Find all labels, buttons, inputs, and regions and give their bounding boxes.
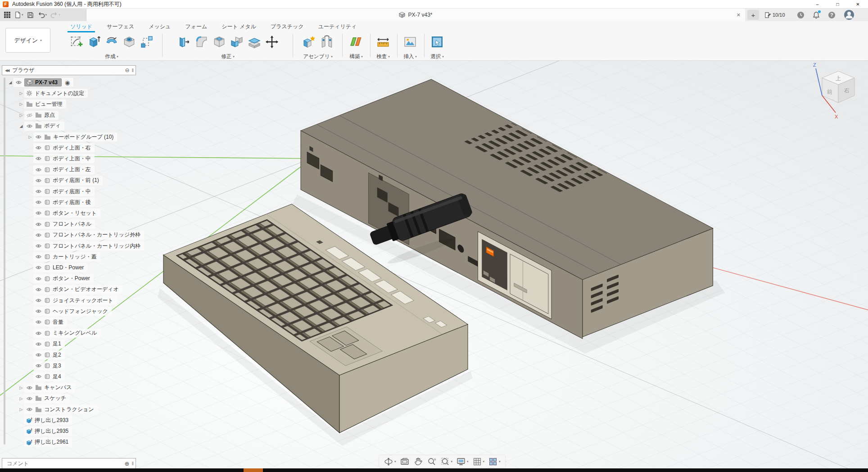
visibility-on-icon[interactable] — [35, 177, 42, 184]
tree-row[interactable]: LED・Power — [27, 263, 87, 272]
close-button[interactable]: ✕ — [848, 0, 868, 9]
expand-closed-icon[interactable]: ▷ — [18, 102, 24, 106]
tab-close-icon[interactable]: ✕ — [737, 12, 741, 18]
visibility-on-icon[interactable] — [35, 199, 42, 205]
tree-row[interactable]: ◢PX-7 v43◉ — [7, 78, 73, 87]
visibility-on-icon[interactable] — [35, 232, 42, 238]
viewcube-top-label[interactable]: 上 — [836, 75, 841, 82]
tree-item-label[interactable]: ボディ底面・中 — [53, 188, 91, 195]
tree-item-label[interactable]: ボタン・Power — [53, 275, 90, 282]
maximize-button[interactable]: □ — [827, 0, 848, 9]
tree-item-label[interactable]: ボディ底面・後 — [53, 199, 91, 206]
press-pull-icon[interactable] — [176, 34, 192, 50]
tab-surface[interactable]: サーフェス — [99, 22, 141, 31]
tree-item-label[interactable]: ボタン・ビデオオーディオ — [53, 286, 119, 293]
expand-open-icon[interactable]: ◢ — [18, 124, 24, 128]
user-avatar[interactable] — [844, 9, 854, 20]
tree-row[interactable]: フロントパネル・カートリッジ内枠 — [27, 241, 144, 250]
save-icon[interactable] — [26, 11, 35, 19]
tree-row[interactable]: ヘッドフォンジャック — [27, 307, 112, 316]
visibility-on-icon[interactable] — [35, 167, 42, 173]
tree-item-label[interactable]: ドキュメントの設定 — [35, 90, 84, 97]
tree-item-label[interactable]: キャンバス — [44, 384, 72, 391]
revolve-icon[interactable] — [104, 34, 119, 50]
tree-item-label[interactable]: コンストラクション — [44, 406, 94, 413]
visibility-on-icon[interactable] — [35, 286, 42, 293]
redo-icon[interactable]: ▾ — [50, 11, 61, 19]
tree-row[interactable]: 押し出し2961 — [18, 438, 72, 447]
tree-row[interactable]: 足2 — [27, 350, 65, 359]
group-inspect-label[interactable]: 検査▾ — [376, 53, 390, 60]
tree-row[interactable]: フロントパネル・カートリッジ外枠 — [27, 231, 144, 240]
tree-item-label[interactable]: 押し出し2933 — [35, 417, 68, 424]
tree-row[interactable]: 音量 — [27, 318, 67, 327]
visibility-on-icon[interactable] — [35, 352, 42, 358]
tree-item-label[interactable]: 足2 — [53, 351, 61, 359]
tree-row[interactable]: カートリッジ・蓋 — [27, 252, 100, 261]
new-tab-button[interactable]: + — [747, 10, 759, 20]
minimize-button[interactable]: – — [807, 0, 827, 9]
visibility-on-icon[interactable] — [35, 297, 42, 304]
viewcube-front-label[interactable]: 前 — [827, 89, 832, 95]
tree-row[interactable]: ボディ上面・右 — [27, 143, 95, 152]
group-assemble-label[interactable]: アセンブリ▾ — [303, 53, 332, 60]
tree-row[interactable]: 足1 — [27, 340, 65, 349]
tree-item-label[interactable]: ジョイスティックポート — [53, 297, 113, 304]
extrude-icon[interactable] — [86, 34, 102, 50]
job-clock-icon[interactable] — [797, 11, 805, 19]
tree-item-label[interactable]: 原点 — [44, 111, 55, 119]
activate-component-radio[interactable]: ◉ — [65, 79, 70, 86]
visibility-on-icon[interactable] — [26, 395, 33, 402]
grid-settings-icon[interactable]: ▾ — [472, 457, 485, 467]
expand-closed-icon[interactable]: ▷ — [27, 135, 33, 139]
viewport-canvas[interactable]: 上 前 右 Z X ◀◀ ブラウザ ⊖ ‖ ◢PX-7 v43◉▷ドキュメントの… — [0, 61, 868, 468]
timeline-bar[interactable] — [0, 468, 868, 472]
tree-row[interactable]: ボタン・Power — [27, 274, 94, 283]
joint-icon[interactable] — [319, 34, 335, 50]
tree-row[interactable]: ボディ底面・中 — [27, 187, 95, 196]
visibility-on-icon[interactable] — [35, 341, 42, 347]
zoom-icon[interactable]: ± — [427, 457, 437, 467]
display-settings-icon[interactable]: ▾ — [456, 457, 469, 467]
expand-closed-icon[interactable]: ▷ — [18, 407, 24, 412]
group-create-label[interactable]: 作成▾ — [105, 53, 118, 60]
tree-row[interactable]: ▷ドキュメントの設定 — [18, 89, 88, 98]
hole-icon[interactable] — [122, 34, 137, 50]
tree-item-label[interactable]: フロントパネル — [53, 220, 91, 228]
tab-plastic[interactable]: プラスチック — [263, 22, 311, 31]
fillet-icon[interactable] — [194, 34, 209, 50]
expand-closed-icon[interactable]: ▷ — [18, 386, 24, 390]
tree-item-label[interactable]: 音量 — [53, 318, 63, 326]
tree-row[interactable]: ▷原点 — [18, 111, 59, 120]
measure-icon[interactable] — [375, 34, 391, 50]
tab-form[interactable]: フォーム — [178, 22, 214, 31]
group-insert-label[interactable]: 挿入▾ — [403, 53, 417, 60]
visibility-on-icon[interactable] — [35, 330, 42, 336]
workspace-selector[interactable]: デザイン▾ — [5, 28, 50, 53]
tree-row[interactable]: 足4 — [27, 372, 65, 381]
tree-item-label[interactable]: フロントパネル・カートリッジ外枠 — [53, 231, 140, 239]
tree-item-label[interactable]: ビュー管理 — [35, 100, 63, 108]
tree-item-label[interactable]: LED・Power — [53, 264, 84, 272]
tree-item-label[interactable]: フロントパネル・カートリッジ内枠 — [53, 242, 140, 250]
visibility-on-icon[interactable] — [35, 243, 42, 249]
tree-item-label[interactable]: 足3 — [53, 362, 61, 370]
tree-item-label[interactable]: ボディ上面・中 — [53, 155, 91, 163]
expand-closed-icon[interactable]: ▷ — [18, 113, 24, 118]
tree-row[interactable]: ボディ底面・後 — [27, 198, 95, 207]
visibility-on-icon[interactable] — [26, 123, 33, 129]
insert-canvas-icon[interactable] — [402, 34, 418, 50]
expand-closed-icon[interactable]: ▷ — [18, 91, 24, 95]
select-icon[interactable] — [429, 34, 445, 50]
visibility-on-icon[interactable] — [35, 188, 42, 195]
tree-item-label[interactable]: ボタン・リセット — [53, 209, 97, 217]
document-tab[interactable]: PX-7 v43* ✕ — [86, 9, 745, 21]
visibility-on-icon[interactable] — [35, 308, 42, 314]
window-zoom-icon[interactable]: ▾ — [440, 457, 453, 467]
save-count-badge[interactable]: 10/10 — [764, 9, 785, 21]
tree-row[interactable]: ▷キャンバス — [18, 383, 75, 392]
visibility-on-icon[interactable] — [35, 145, 42, 151]
visibility-on-icon[interactable] — [15, 79, 22, 86]
timeline-marker[interactable] — [244, 468, 263, 472]
visibility-off-icon[interactable] — [26, 112, 33, 118]
